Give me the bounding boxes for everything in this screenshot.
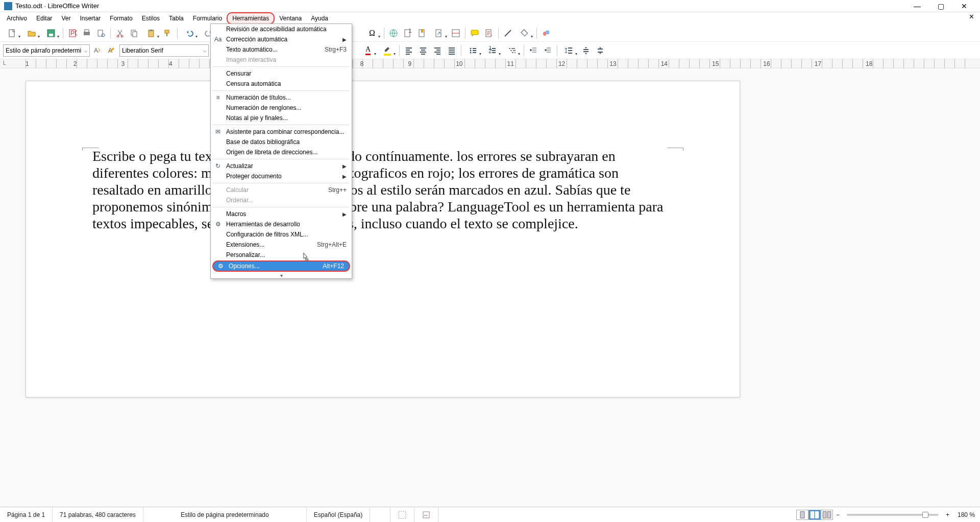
window-title: Testo.odt · LibreOffice Writer — [15, 2, 905, 10]
line-spacing-button[interactable] — [560, 44, 578, 57]
menu-item-8[interactable]: ≡Numeración de títulos... — [211, 92, 352, 103]
print-preview-button[interactable] — [94, 27, 108, 40]
menu-editar[interactable]: Editar — [32, 12, 57, 25]
paste-button[interactable] — [142, 27, 160, 40]
undo-button[interactable] — [180, 27, 199, 40]
menu-item-9[interactable]: Numeración de renglones... — [211, 103, 352, 113]
increase-indent-button[interactable] — [527, 44, 540, 57]
basic-shapes-button[interactable] — [516, 27, 534, 40]
menu-item-0[interactable]: Revisión de accesibilidad automática — [211, 24, 352, 34]
menu-herramientas[interactable]: Herramientas — [227, 12, 275, 25]
status-selection-mode[interactable] — [390, 507, 414, 522]
insert-footnote-button[interactable]: 1 — [401, 27, 414, 40]
book-view-button[interactable] — [821, 510, 833, 520]
zoom-slider[interactable] — [847, 514, 939, 516]
menu-ayuda[interactable]: Ayuda — [306, 12, 333, 25]
menu-tabla[interactable]: Tabla — [164, 12, 188, 25]
update-style-button[interactable]: A — [91, 44, 104, 57]
insert-line-button[interactable] — [501, 27, 514, 40]
number-list-button[interactable]: 12 — [483, 44, 502, 57]
zoom-level[interactable]: 180 % — [952, 511, 980, 518]
align-left-button[interactable] — [402, 44, 415, 57]
menu-formato[interactable]: Formato — [105, 12, 137, 25]
status-insert-mode[interactable] — [370, 507, 390, 522]
close-document-button[interactable]: × — [965, 12, 978, 25]
paragraph-style-combo[interactable]: Estilo de párrafo predetermi⌵ — [3, 44, 90, 57]
menu-insertar[interactable]: Insertar — [75, 12, 105, 25]
highlight-button[interactable] — [378, 44, 397, 57]
menu-item-24[interactable]: Configuración de filtros XML... — [211, 229, 352, 240]
align-justify-button[interactable] — [445, 44, 458, 57]
insert-cross-ref-button[interactable] — [430, 27, 448, 40]
toggle-comments-button[interactable] — [468, 27, 481, 40]
new-style-button[interactable]: A — [105, 44, 118, 57]
menu-archivo[interactable]: Archivo — [2, 12, 32, 25]
outline-list-button[interactable] — [503, 44, 521, 57]
view-mode-buttons — [796, 510, 833, 520]
maximize-button[interactable]: ▢ — [929, 0, 952, 12]
single-page-view-button[interactable] — [796, 510, 808, 520]
app-icon — [4, 2, 12, 10]
minimize-button[interactable]: — — [905, 0, 929, 12]
font-name-combo[interactable]: Liberation Serif⌵ — [119, 44, 209, 57]
multi-page-view-button[interactable] — [808, 510, 821, 520]
align-center-button[interactable] — [416, 44, 430, 57]
ruler-tab-icon: L — [3, 60, 6, 66]
title-bar: Testo.odt · LibreOffice Writer — ▢ ✕ — [0, 0, 980, 12]
menu-item-20: Ordenar... — [211, 195, 352, 205]
menu-ventana[interactable]: Ventana — [275, 12, 306, 25]
svg-rect-6 — [85, 30, 89, 32]
decrease-para-spacing-button[interactable] — [594, 44, 607, 57]
menu-item-25[interactable]: Extensiones...Strg+Alt+E — [211, 240, 352, 250]
menu-item-22[interactable]: Macros▶ — [211, 209, 352, 219]
menu-item-10[interactable]: Notas al pie y finales... — [211, 113, 352, 123]
increase-para-spacing-button[interactable] — [579, 44, 593, 57]
new-button[interactable] — [3, 27, 21, 40]
save-button[interactable] — [42, 27, 60, 40]
insert-hyperlink-button[interactable] — [387, 27, 400, 40]
menu-item-13[interactable]: Base de datos bibliográfica — [211, 137, 352, 147]
menu-item-2[interactable]: Texto automático...Strg+F3 — [211, 44, 352, 55]
status-page-style[interactable]: Estilo de página predeterminado — [143, 507, 307, 522]
document-area[interactable]: Escribe o pega tu texto aquí. Este será … — [0, 69, 980, 507]
menu-item-27[interactable]: ⚙Opciones...Alt+F12 — [212, 260, 350, 272]
menu-item-1[interactable]: AaCorrección automática▶ — [211, 34, 352, 44]
font-color-button[interactable]: A — [359, 44, 377, 57]
document-text[interactable]: Escribe o pega tu texto aquí. Este será … — [92, 148, 673, 232]
copy-button[interactable] — [128, 27, 141, 40]
special-char-button[interactable]: Ω — [363, 27, 381, 40]
open-button[interactable] — [22, 27, 41, 40]
menu-item-6[interactable]: Censura automática — [211, 79, 352, 89]
menu-item-14[interactable]: Origen de libreta de direcciones... — [211, 147, 352, 157]
cut-button[interactable] — [113, 27, 127, 40]
export-pdf-button[interactable]: PDF — [66, 27, 79, 40]
close-button[interactable]: ✕ — [952, 0, 976, 12]
decrease-indent-button[interactable] — [541, 44, 554, 57]
status-language[interactable]: Español (España) — [307, 507, 370, 522]
insert-section-button[interactable] — [449, 27, 462, 40]
menu-item-26[interactable]: Personalizar... — [211, 250, 352, 260]
menu-ver[interactable]: Ver — [57, 12, 75, 25]
toggle-changes-button[interactable] — [482, 27, 496, 40]
menu-estilos[interactable]: Estilos — [137, 12, 164, 25]
menu-item-17[interactable]: Proteger documento▶ — [211, 171, 352, 181]
svg-point-31 — [470, 48, 472, 49]
svg-rect-2 — [49, 34, 53, 36]
align-right-button[interactable] — [431, 44, 444, 57]
status-wordcount[interactable]: 71 palabras, 480 caracteres — [53, 507, 143, 522]
status-signature[interactable] — [414, 507, 438, 522]
bullet-list-button[interactable] — [464, 44, 482, 57]
menu-item-23[interactable]: ⚙Herramientas de desarrollo — [211, 219, 352, 229]
insert-bookmark-button[interactable] — [415, 27, 429, 40]
horizontal-ruler[interactable]: L 123456789101112131415161718 — [0, 59, 980, 68]
menu-item-5[interactable]: Censurar — [211, 68, 352, 79]
status-page[interactable]: Página 1 de 1 — [0, 507, 53, 522]
clone-formatting-button[interactable] — [161, 27, 175, 40]
print-button[interactable] — [80, 27, 93, 40]
zoom-out-button[interactable]: − — [833, 511, 843, 518]
menu-item-12[interactable]: ✉Asistente para combinar correspondencia… — [211, 127, 352, 137]
menu-formulario[interactable]: Formulario — [188, 12, 227, 25]
menu-item-16[interactable]: ↻Actualizar▶ — [211, 161, 352, 171]
zoom-in-button[interactable]: + — [943, 511, 952, 518]
show-draw-functions-button[interactable] — [540, 27, 553, 40]
